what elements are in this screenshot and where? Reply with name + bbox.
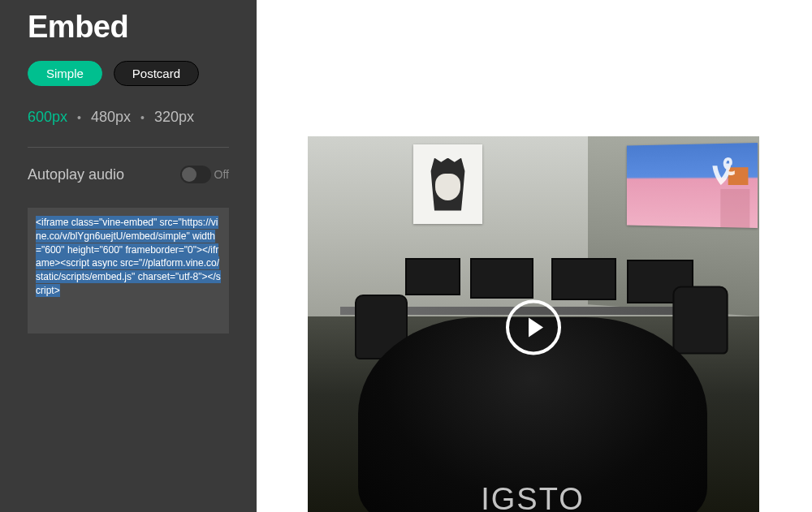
embed-sidebar: Embed Simple Postcard 600px • 480px • 32… (0, 0, 257, 512)
vine-logo-icon (710, 157, 735, 185)
foreground-text: IGSTO (481, 482, 585, 512)
embed-code-text: <iframe class="vine-embed" src="https://… (36, 216, 221, 297)
autoplay-toggle[interactable] (180, 166, 211, 183)
monitor-icon (405, 258, 460, 295)
wall-art-dog (413, 144, 482, 224)
monitor-icon (470, 258, 533, 299)
tab-postcard[interactable]: Postcard (114, 61, 199, 86)
autoplay-label: Autoplay audio (28, 166, 124, 183)
tab-simple[interactable]: Simple (28, 61, 102, 86)
separator-dot: • (77, 111, 81, 124)
size-options: 600px • 480px • 320px (28, 109, 229, 126)
toggle-knob (182, 167, 197, 182)
monitor-icon (551, 258, 616, 300)
size-480[interactable]: 480px (91, 109, 131, 126)
size-600[interactable]: 600px (28, 109, 67, 126)
separator-dot: • (140, 111, 145, 124)
size-320[interactable]: 320px (154, 109, 194, 126)
autoplay-state: Off (214, 168, 229, 181)
wall-art-pink (627, 143, 758, 228)
page-title: Embed (28, 10, 229, 45)
style-tabs: Simple Postcard (28, 61, 229, 86)
autoplay-row: Autoplay audio Off (28, 166, 229, 183)
video-preview[interactable]: IGSTO (308, 136, 759, 512)
preview-area: IGSTO (257, 0, 812, 512)
play-button[interactable] (506, 299, 561, 355)
divider (28, 147, 229, 148)
play-icon (529, 317, 543, 337)
embed-code-box[interactable]: <iframe class="vine-embed" src="https://… (28, 208, 229, 333)
